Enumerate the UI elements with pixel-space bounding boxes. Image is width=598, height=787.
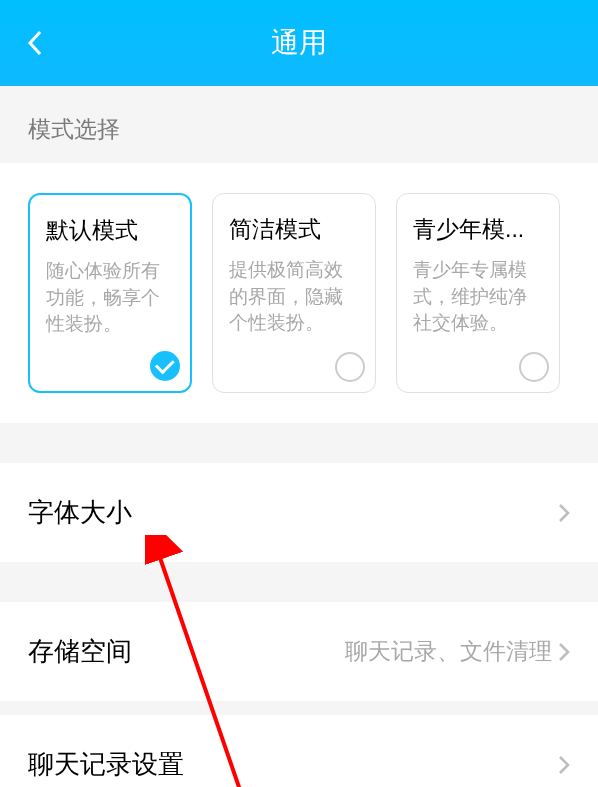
list-item-label: 字体大小 <box>28 495 132 530</box>
chevron-right-icon <box>558 642 570 662</box>
check-icon <box>150 351 180 381</box>
section-divider <box>0 562 598 602</box>
mode-desc: 提供极简高效的界面，隐藏个性装扮。 <box>229 257 359 337</box>
mode-desc: 随心体验所有功能，畅享个性装扮。 <box>46 258 174 338</box>
section-label: 模式选择 <box>0 86 598 163</box>
font-size-item[interactable]: 字体大小 <box>0 463 598 562</box>
chevron-right-icon <box>558 755 570 775</box>
page-title: 通用 <box>271 24 327 62</box>
storage-item[interactable]: 存储空间 聊天记录、文件清理 <box>0 602 598 701</box>
list-item-right: 聊天记录、文件清理 <box>345 636 570 667</box>
list-item-label: 聊天记录设置 <box>28 747 184 782</box>
back-button[interactable] <box>26 28 44 58</box>
mode-card-youth[interactable]: 青少年模... 青少年专属模式，维护纯净社交体验。 <box>396 193 560 393</box>
chevron-left-icon <box>26 28 44 58</box>
mode-title: 青少年模... <box>413 214 543 245</box>
mode-selection: 默认模式 随心体验所有功能，畅享个性装扮。 简洁模式 提供极简高效的界面，隐藏个… <box>0 163 598 423</box>
list-item-label: 存储空间 <box>28 634 132 669</box>
list-item-subtitle: 聊天记录、文件清理 <box>345 636 552 667</box>
mode-card-simple[interactable]: 简洁模式 提供极简高效的界面，隐藏个性装扮。 <box>212 193 376 393</box>
list-item-right <box>558 755 570 775</box>
radio-unselected-icon <box>335 352 365 382</box>
mode-title: 简洁模式 <box>229 214 359 245</box>
chat-record-item[interactable]: 聊天记录设置 <box>0 715 598 787</box>
header-bar: 通用 <box>0 0 598 86</box>
section-divider <box>0 701 598 715</box>
radio-unselected-icon <box>519 352 549 382</box>
mode-desc: 青少年专属模式，维护纯净社交体验。 <box>413 257 543 337</box>
list-item-right <box>558 503 570 523</box>
mode-title: 默认模式 <box>46 215 174 246</box>
section-divider <box>0 423 598 463</box>
chevron-right-icon <box>558 503 570 523</box>
mode-card-default[interactable]: 默认模式 随心体验所有功能，畅享个性装扮。 <box>28 193 192 393</box>
